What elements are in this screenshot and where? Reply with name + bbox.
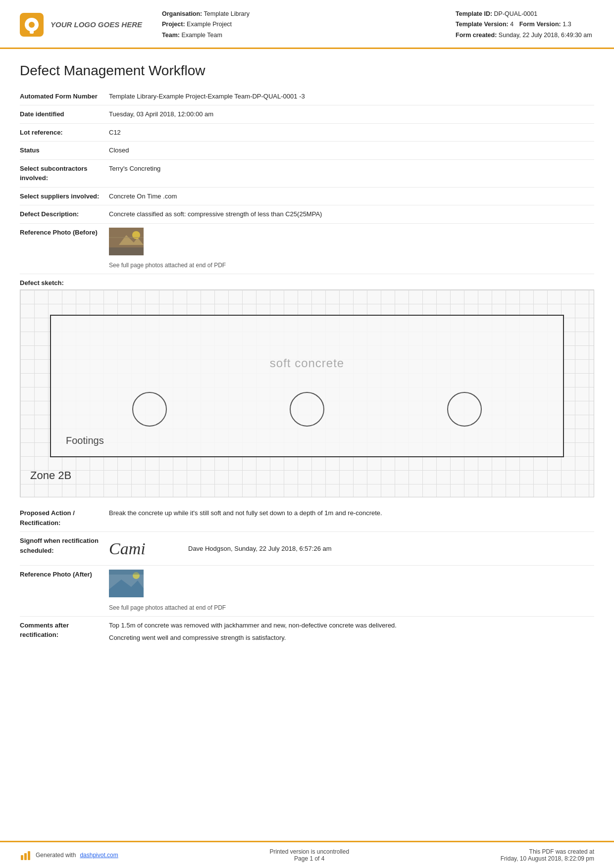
field-value-date: Tuesday, 03 April 2018, 12:00:00 am bbox=[109, 109, 594, 119]
field-row-proposed-action: Proposed Action / Rectification: Break t… bbox=[20, 504, 594, 532]
field-row-signoff: Signoff when rectification scheduled: Ca… bbox=[20, 532, 594, 566]
footer-left: Generated with dashpivot.com bbox=[20, 849, 118, 861]
field-value-status: Closed bbox=[109, 145, 594, 155]
field-label-defect: Defect Description: bbox=[20, 209, 109, 219]
field-value-ref-photo-before: See full page photos attached at end of … bbox=[109, 228, 594, 270]
sketch-circle-3 bbox=[447, 392, 482, 427]
footer-logo-icon bbox=[20, 849, 32, 861]
sketch-circle-1 bbox=[132, 392, 167, 427]
sketch-footings-text: Footings bbox=[66, 435, 104, 446]
footer-page: Page 1 of 4 bbox=[269, 855, 349, 862]
form-created-value: Sunday, 22 July 2018, 6:49:30 am bbox=[499, 32, 592, 39]
sketch-section: Defect sketch: soft concrete Footings Zo… bbox=[20, 279, 594, 497]
team-label: Team: bbox=[162, 32, 180, 39]
org-value: Template Library bbox=[204, 10, 250, 17]
field-label-ref-photo-after: Reference Photo (After) bbox=[20, 570, 109, 579]
field-label-suppliers: Select suppliers involved: bbox=[20, 192, 109, 201]
project-label: Project: bbox=[162, 21, 185, 28]
form-version-value: 1.3 bbox=[563, 21, 571, 28]
field-row-subcontractor: Select subcontractors involved: Terry's … bbox=[20, 160, 594, 188]
footer-page-of: of bbox=[314, 855, 319, 862]
template-id-value: DP-QUAL-0001 bbox=[494, 10, 538, 17]
template-version-value: 4 bbox=[510, 21, 513, 28]
field-value-ref-photo-after: See full page photos attached at end of … bbox=[109, 570, 594, 612]
sketch-zone-text: Zone 2B bbox=[30, 469, 71, 482]
field-label-signoff: Signoff when rectification scheduled: bbox=[20, 536, 109, 555]
svg-rect-13 bbox=[28, 851, 30, 860]
form-created-line: Form created: Sunday, 22 July 2018, 6:49… bbox=[456, 30, 594, 41]
field-label-subcontractor: Select subcontractors involved: bbox=[20, 164, 109, 183]
field-row-ref-photo-after: Reference Photo (After) See full page ph… bbox=[20, 566, 594, 617]
footer-generated-text: Generated with bbox=[36, 852, 76, 859]
form-created-label: Form created: bbox=[456, 32, 497, 39]
field-label-lot: Lot reference: bbox=[20, 128, 109, 138]
form-title: Defect Management Workflow bbox=[20, 63, 594, 79]
sketch-soft-concrete-text: soft concrete bbox=[51, 356, 563, 370]
field-value-automated: Template Library-Example Project-Example… bbox=[109, 92, 594, 101]
photo-after-thumb bbox=[109, 570, 144, 597]
svg-point-4 bbox=[132, 231, 140, 239]
sig-name-date: Dave Hodgson, Sunday, 22 July 2018, 6:57… bbox=[188, 544, 332, 554]
org-label: Organisation: bbox=[162, 10, 202, 17]
field-value-comments: Top 1.5m of concrete was removed with ja… bbox=[109, 621, 594, 643]
field-row-lot: Lot reference: C12 bbox=[20, 124, 594, 142]
form-version-label: Form Version: bbox=[519, 21, 561, 28]
field-row-comments: Comments after rectification: Top 1.5m o… bbox=[20, 617, 594, 647]
sketch-inner-box: soft concrete Footings bbox=[50, 315, 564, 457]
footer-right: This PDF was created at Friday, 10 Augus… bbox=[501, 848, 594, 862]
sketch-label: Defect sketch: bbox=[20, 279, 594, 287]
field-value-defect: Concrete classified as soft: compressive… bbox=[109, 209, 594, 219]
template-version-label: Template Version: bbox=[456, 21, 509, 28]
field-value-suppliers: Concrete On Time .com bbox=[109, 192, 594, 201]
field-value-signoff: Cami Dave Hodgson, Sunday, 22 July 2018,… bbox=[109, 536, 594, 561]
comments-line2: Concreting went well and compressive str… bbox=[109, 633, 594, 643]
photo-after-caption: See full page photos attached at end of … bbox=[109, 603, 594, 612]
template-version-line: Template Version: 4 Form Version: 1.3 bbox=[456, 19, 594, 30]
photo-before-caption: See full page photos attached at end of … bbox=[109, 261, 594, 270]
footer-pdf-created-2: Friday, 10 August 2018, 8:22:09 pm bbox=[501, 855, 594, 862]
footer-page-label: Page bbox=[294, 855, 308, 862]
field-value-proposed-action: Break the concrete up while it's still s… bbox=[109, 508, 594, 518]
org-line: Organisation: Template Library bbox=[162, 9, 456, 19]
field-value-subcontractor: Terry's Concreting bbox=[109, 164, 594, 174]
team-line: Team: Example Team bbox=[162, 30, 456, 41]
field-label-comments: Comments after rectification: bbox=[20, 621, 109, 640]
logo-text: YOUR LOGO GOES HERE bbox=[51, 20, 142, 29]
logo-icon bbox=[20, 13, 44, 37]
svg-rect-5 bbox=[109, 247, 144, 255]
svg-rect-11 bbox=[21, 855, 23, 860]
svg-point-1 bbox=[29, 22, 35, 28]
team-value: Example Team bbox=[181, 32, 222, 39]
template-id-line: Template ID: DP-QUAL-0001 bbox=[456, 9, 594, 19]
main-content: Defect Management Workflow Automated For… bbox=[0, 49, 614, 841]
field-label-ref-photo-before: Reference Photo (Before) bbox=[20, 228, 109, 238]
svg-rect-12 bbox=[24, 853, 27, 860]
project-line: Project: Example Project bbox=[162, 19, 456, 30]
sketch-circle-2 bbox=[290, 392, 324, 427]
header-right: Template ID: DP-QUAL-0001 Template Versi… bbox=[456, 9, 594, 41]
footer-page-current: 1 bbox=[309, 855, 313, 862]
field-row-date: Date identified Tuesday, 03 April 2018, … bbox=[20, 105, 594, 124]
footer: Generated with dashpivot.com Printed ver… bbox=[0, 841, 614, 868]
footer-page-total: 4 bbox=[321, 855, 325, 862]
field-label-date: Date identified bbox=[20, 109, 109, 119]
footer-link[interactable]: dashpivot.com bbox=[80, 852, 118, 859]
signature-image: Cami bbox=[109, 536, 168, 561]
footer-uncontrolled: Printed version is uncontrolled bbox=[269, 848, 349, 855]
header: YOUR LOGO GOES HERE Organisation: Templa… bbox=[0, 0, 614, 49]
field-label-automated: Automated Form Number bbox=[20, 92, 109, 101]
sketch-circles bbox=[51, 392, 563, 427]
field-row-defect: Defect Description: Concrete classified … bbox=[20, 205, 594, 224]
page: YOUR LOGO GOES HERE Organisation: Templa… bbox=[0, 0, 614, 868]
comments-line1: Top 1.5m of concrete was removed with ja… bbox=[109, 621, 594, 630]
photo-before-thumb bbox=[109, 228, 144, 255]
field-row-suppliers: Select suppliers involved: Concrete On T… bbox=[20, 188, 594, 206]
footer-pdf-created-1: This PDF was created at bbox=[501, 848, 594, 855]
svg-rect-10 bbox=[109, 570, 144, 575]
field-value-lot: C12 bbox=[109, 128, 594, 138]
logo-area: YOUR LOGO GOES HERE bbox=[20, 9, 142, 41]
template-id-label: Template ID: bbox=[456, 10, 492, 17]
project-value: Example Project bbox=[187, 21, 232, 28]
field-row-ref-photo-before: Reference Photo (Before) See full page p… bbox=[20, 224, 594, 275]
field-label-status: Status bbox=[20, 145, 109, 155]
